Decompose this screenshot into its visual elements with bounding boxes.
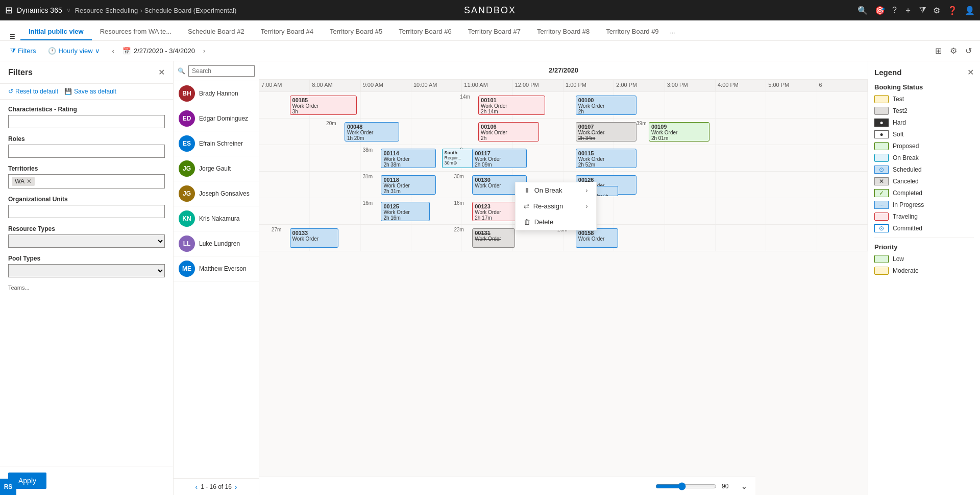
- tab-initial-public-view[interactable]: Initial public view: [20, 23, 92, 40]
- filter-more: Teams...: [8, 285, 165, 291]
- legend-swatch: [874, 95, 889, 103]
- filter-body: Characteristics - Rating Roles Territori…: [0, 100, 173, 466]
- booking-block[interactable]: 00114Work Order2h 38m: [381, 149, 435, 168]
- filter-roles-input[interactable]: [8, 145, 165, 158]
- legend-item-in-progress: ··· In Progress: [874, 201, 974, 209]
- help-icon[interactable]: ?: [892, 6, 897, 15]
- booking-block[interactable]: 00158Work Order: [576, 228, 618, 248]
- booking-block[interactable]: 00109Work Order2h 01m: [649, 122, 709, 142]
- filter-resource-types-select[interactable]: [8, 234, 165, 248]
- refresh-button[interactable]: ↺: [963, 44, 974, 58]
- resource-item[interactable]: JG Joseph Gonsalves: [174, 181, 259, 206]
- filter-pool-types-select[interactable]: [8, 264, 165, 277]
- booking-block[interactable]: 00118Work Order2h 31m: [381, 175, 435, 195]
- main-area: Filters ✕ ↺ Reset to default 💾 Save as d…: [0, 61, 980, 495]
- booking-block[interactable]: 00115Work Order2h 52m: [576, 149, 636, 168]
- next-resource-button[interactable]: ›: [235, 483, 237, 491]
- filter-actions: ↺ Reset to default 💾 Save as default: [0, 84, 173, 100]
- resource-name: Efrain Schreiner: [199, 140, 243, 147]
- filter-org-units: Organizational Units: [8, 196, 165, 218]
- reset-icon: ↺: [8, 88, 13, 95]
- help2-icon[interactable]: ❓: [947, 6, 958, 15]
- grid-view-button[interactable]: ⊞: [933, 44, 944, 58]
- resource-item[interactable]: BH Brady Hannon: [174, 81, 259, 106]
- tab-territory-4[interactable]: Territory Board #4: [253, 23, 322, 40]
- target-icon[interactable]: 🎯: [875, 6, 885, 15]
- hourly-view-button[interactable]: 🕐 Hourly view ∨: [44, 45, 104, 57]
- search-icon[interactable]: 🔍: [857, 6, 868, 15]
- search-input[interactable]: [188, 65, 255, 77]
- legend-swatch: [874, 107, 889, 115]
- booking-block[interactable]: 00048Work Order1h 20m: [345, 122, 399, 142]
- time-cell: 2:00 PM: [614, 80, 665, 91]
- resource-item[interactable]: JG Jorge Gault: [174, 156, 259, 181]
- filter-pool-types-label: Pool Types: [8, 255, 165, 262]
- resource-item[interactable]: ES Efrain Schreiner: [174, 131, 259, 156]
- settings-button[interactable]: ⚙: [948, 44, 959, 58]
- settings-icon[interactable]: ⚙: [933, 6, 940, 15]
- resource-item[interactable]: ED Edgar Dominguez: [174, 106, 259, 131]
- user-icon[interactable]: 👤: [965, 6, 975, 15]
- tab-more[interactable]: ···: [667, 25, 678, 40]
- context-on-break[interactable]: ⏸ On Break ›: [516, 182, 596, 198]
- time-cell: 9:00 AM: [361, 80, 411, 91]
- context-delete[interactable]: 🗑 Delete: [516, 214, 596, 230]
- context-reassign[interactable]: ⇄ Re-assign ›: [516, 198, 596, 214]
- filter-resource-types-label: Resource Types: [8, 225, 165, 232]
- booking-block[interactable]: 00106Work Order2h: [478, 122, 539, 142]
- tab-territory-6[interactable]: Territory Board #6: [390, 23, 459, 40]
- rs-badge: RS: [0, 479, 16, 495]
- resource-item[interactable]: LL Luke Lundgren: [174, 231, 259, 256]
- reset-default-button[interactable]: ↺ Reset to default: [8, 88, 58, 95]
- time-cell: 7:00 AM: [259, 80, 310, 91]
- legend-panel: Legend ✕ Booking Status Test Test2 ● Har…: [868, 61, 980, 495]
- filter-close-button[interactable]: ✕: [158, 67, 165, 77]
- resource-name: Edgar Dominguez: [199, 115, 248, 122]
- waffle-icon[interactable]: ⊞: [5, 5, 13, 16]
- tab-territory-9[interactable]: Territory Board #9: [598, 23, 667, 40]
- top-navigation: ⊞ Dynamics 365 ∨ Resource Scheduling › S…: [0, 0, 980, 20]
- next-date-button[interactable]: ›: [199, 45, 209, 57]
- zoom-expand-button[interactable]: ⌄: [741, 482, 747, 490]
- add-icon[interactable]: ＋: [904, 5, 912, 16]
- zoom-slider[interactable]: [655, 482, 717, 490]
- app-name[interactable]: Dynamics 365: [17, 6, 62, 14]
- filter-icon: ⧩: [10, 47, 16, 55]
- filter-characteristics-input[interactable]: [8, 115, 165, 128]
- booking-block[interactable]: 00101Work Order2h 14m: [478, 96, 545, 115]
- tab-territory-7[interactable]: Territory Board #7: [460, 23, 529, 40]
- context-menu: ⏸ On Break › ⇄ Re-assign › 🗑 Delete: [515, 182, 597, 230]
- booking-block[interactable]: 00131Work Order: [472, 228, 514, 248]
- resource-item[interactable]: KN Kris Nakamura: [174, 206, 259, 231]
- legend-swatch: ✓: [874, 189, 889, 197]
- filters-button[interactable]: ⧩ Filters: [6, 45, 40, 57]
- tab-territory-8[interactable]: Territory Board #8: [529, 23, 598, 40]
- time-offset-label: 30m: [454, 174, 463, 179]
- funnel-icon[interactable]: ⧩: [919, 6, 926, 15]
- booking-block[interactable]: 00117Work Order2h 09m: [472, 149, 527, 168]
- tab-territory-5[interactable]: Territory Board #5: [322, 23, 390, 40]
- legend-close-button[interactable]: ✕: [967, 67, 974, 77]
- time-offset-label: 39m: [636, 121, 646, 126]
- sidebar-toggle[interactable]: ☰: [4, 33, 20, 40]
- booking-block[interactable]: 00125Work Order2h 16m: [381, 202, 429, 221]
- time-header: 7:00 AM 8:00 AM 9:00 AM 10:00 AM 11:00 A…: [259, 80, 868, 92]
- time-cell: 12:00 PM: [513, 80, 564, 91]
- tab-schedule-board-2[interactable]: Schedule Board #2: [180, 23, 253, 40]
- toolbar: ⧩ Filters 🕐 Hourly view ∨ ‹ 📅 2/27/2020 …: [0, 41, 980, 61]
- save-default-button[interactable]: 💾 Save as default: [64, 88, 116, 95]
- prev-date-button[interactable]: ‹: [108, 45, 118, 57]
- booking-block[interactable]: 00185Work Order3h: [290, 96, 357, 115]
- prev-resource-button[interactable]: ‹: [195, 483, 198, 491]
- legend-title: Legend: [874, 68, 901, 77]
- booking-block[interactable]: 00107Work Order2h 34m: [576, 122, 636, 142]
- territory-tag-remove[interactable]: ✕: [27, 178, 32, 185]
- time-cell: 8:00 AM: [310, 80, 360, 91]
- booking-status-title: Booking Status: [874, 83, 974, 91]
- filter-org-units-input[interactable]: [8, 205, 165, 218]
- booking-block[interactable]: 00133Work Order: [290, 228, 338, 248]
- tab-resources-wa[interactable]: Resources from WA te...: [92, 23, 180, 40]
- legend-item-on-break: On Break: [874, 154, 974, 162]
- resource-item[interactable]: ME Matthew Everson: [174, 256, 259, 281]
- booking-block[interactable]: 00100Work Order2h: [576, 96, 636, 115]
